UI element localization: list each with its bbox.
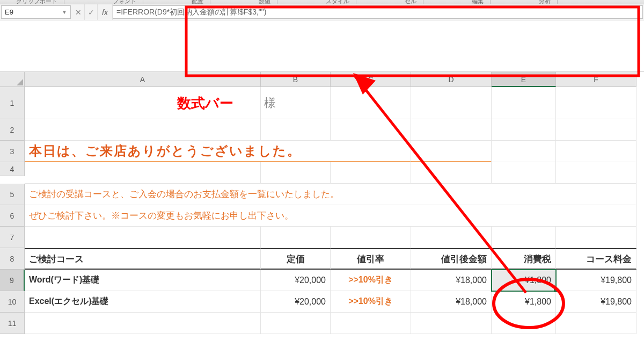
cell-a6[interactable]: ぜひご検討下さい。※コースの変更もお気軽にお申し出下さい。 [25,205,636,227]
cell-e4[interactable] [492,162,556,184]
col-header-a[interactable]: A [25,72,261,87]
cell-e2[interactable] [492,119,556,141]
row-header-10[interactable]: 10 [0,291,25,313]
cell-d4[interactable] [411,162,492,184]
spreadsheet-grid[interactable]: A B C D E F 1 様 2 3 本日は、ご来店ありがとうございました。 … [0,72,644,334]
cell-e7[interactable] [492,227,556,248]
cell-c7[interactable] [331,227,411,248]
accept-formula-button[interactable]: ✓ [85,4,98,20]
cell-b7[interactable] [261,227,331,248]
cell-e1[interactable] [492,87,556,119]
cell-e9[interactable]: ¥1,800 [492,270,556,291]
row-header-8[interactable]: 8 [0,248,25,270]
cell-c9[interactable]: >>10%引き [331,270,411,291]
cell-e10[interactable]: ¥1,800 [492,291,556,313]
cell-a8[interactable]: ご検討コース [25,248,261,270]
cell-b1[interactable]: 様 [261,87,331,119]
cell-c2[interactable] [331,119,411,141]
cell-d2[interactable] [411,119,492,141]
cell-a4[interactable] [25,162,261,184]
fx-icon[interactable]: fx [98,4,113,20]
formula-bar-row: E9 ▼ ✕ ✓ fx =IFERROR(D9*初回納入金額の計算!$F$3,"… [0,4,644,20]
cell-a3[interactable]: 本日は、ご来店ありがとうございました。 [25,141,411,162]
cell-c8[interactable]: 値引率 [331,248,411,270]
cell-f9[interactable]: ¥19,800 [556,270,636,291]
col-header-f[interactable]: F [556,72,636,87]
cell-a10[interactable]: Excel(エクセル)基礎 [25,291,261,313]
row-header-3[interactable]: 3 [0,141,25,162]
chevron-down-icon[interactable]: ▼ [62,9,67,15]
row-header-9[interactable]: 9 [0,270,25,291]
cell-b4[interactable] [261,162,331,184]
row-header-11[interactable]: 11 [0,313,25,334]
cell-d7[interactable] [411,227,492,248]
cell-f4[interactable] [556,162,636,184]
cell-f8[interactable]: コース料金 [556,248,636,270]
cell-b11[interactable] [261,313,331,334]
cell-e3[interactable] [492,141,556,162]
row-header-1[interactable]: 1 [0,87,25,119]
cell-b9[interactable]: ¥20,000 [261,270,331,291]
cell-e11[interactable] [492,313,556,334]
cell-f2[interactable] [556,119,636,141]
name-box-value: E9 [5,8,62,16]
col-header-b[interactable]: B [261,72,331,87]
formula-input[interactable]: =IFERROR(D9*初回納入金額の計算!$F$3,"") [113,5,643,19]
cell-d11[interactable] [411,313,492,334]
formula-text: =IFERROR(D9*初回納入金額の計算!$F$3,"") [116,8,266,17]
cell-c1[interactable] [331,87,411,119]
cell-f3[interactable] [556,141,636,162]
cell-d8[interactable]: 値引後金額 [411,248,492,270]
cell-f10[interactable]: ¥19,800 [556,291,636,313]
row-header-6[interactable]: 6 [0,205,25,227]
cell-d10[interactable]: ¥18,000 [411,291,492,313]
cell-d3[interactable] [411,141,492,162]
row-header-4[interactable]: 4 [0,162,25,176]
cell-d9[interactable]: ¥18,000 [411,270,492,291]
name-box[interactable]: E9 ▼ [1,5,71,19]
cell-b8[interactable]: 定価 [261,248,331,270]
col-header-c[interactable]: C [331,72,411,87]
cell-d1[interactable] [411,87,492,119]
col-header-d[interactable]: D [411,72,492,87]
cell-a5[interactable]: ご検討の受講コースと、ご入会の場合のお支払金額を一覧にいたしました。 [25,184,636,205]
cell-a11[interactable] [25,313,261,334]
cell-f1[interactable] [556,87,636,119]
ribbon-group-labels: クリップボードフォント配置数値スタイルセル編集分析 [0,0,644,4]
cell-a2[interactable] [25,119,261,141]
row-header-5[interactable]: 5 [0,184,25,205]
cell-e8[interactable]: 消費税 [492,248,556,270]
col-header-e[interactable]: E [492,72,556,87]
row-header-2[interactable]: 2 [0,119,25,141]
row-header-7[interactable]: 7 [0,227,25,248]
cell-c10[interactable]: >>10%引き [331,291,411,313]
annotation-label: 数式バー [177,94,233,113]
select-all-corner[interactable] [0,72,25,87]
cell-c11[interactable] [331,313,411,334]
cell-f11[interactable] [556,313,636,334]
cell-b2[interactable] [261,119,331,141]
cell-a7[interactable] [25,227,261,248]
cell-c4[interactable] [331,162,411,184]
cancel-formula-button[interactable]: ✕ [72,4,85,20]
cell-f7[interactable] [556,227,636,248]
cell-b10[interactable]: ¥20,000 [261,291,331,313]
cell-a9[interactable]: Word(ワード)基礎 [25,270,261,291]
formula-bar-expanded-area[interactable] [0,20,644,72]
